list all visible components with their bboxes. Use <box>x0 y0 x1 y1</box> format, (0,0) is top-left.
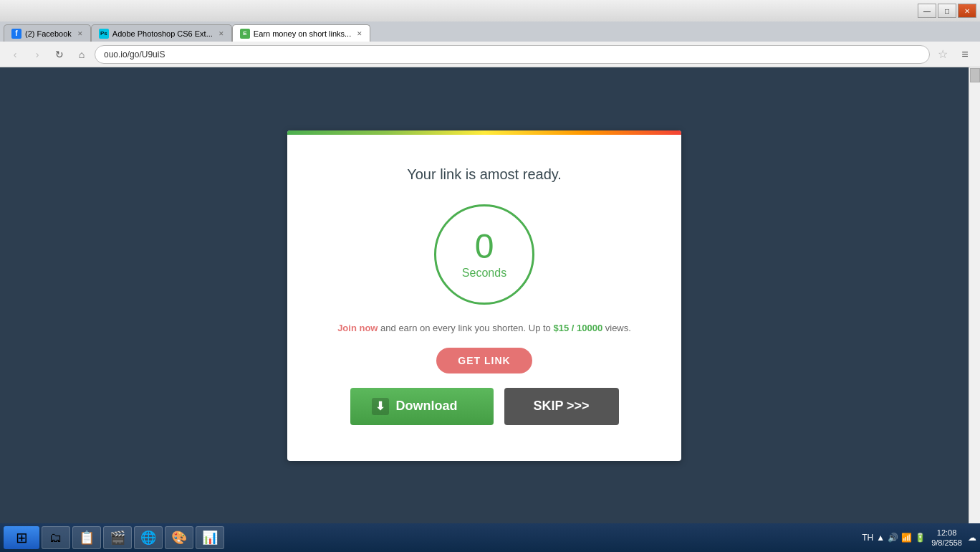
clock-time: 12:08 <box>931 528 962 538</box>
scrollbar[interactable] <box>969 67 980 523</box>
address-text: ouo.io/go/U9uiS <box>104 49 165 60</box>
content-area: Your link is amost ready. 0 Seconds Join… <box>0 67 969 523</box>
title-bar: — □ ✕ <box>0 0 980 22</box>
taskbar-system-tray: TH ▲ 🔊 📶 🔋 <box>862 533 926 543</box>
timer-circle: 0 Seconds <box>434 204 534 305</box>
taskbar-right: TH ▲ 🔊 📶 🔋 12:08 9/8/2558 ☁ <box>862 528 976 548</box>
taskbar-clock[interactable]: 12:08 9/8/2558 <box>931 528 962 548</box>
taskbar-app-art[interactable]: 🎨 <box>165 526 193 549</box>
start-icon: ⊞ <box>16 529 28 546</box>
weather-icon: ☁ <box>968 533 976 543</box>
tab-facebook-close[interactable]: ✕ <box>77 30 83 37</box>
action-buttons: ⬇ Download SKIP >>> <box>316 388 653 425</box>
card-title: Your link is amost ready. <box>316 166 653 183</box>
volume-icon[interactable]: 🔊 <box>888 533 898 543</box>
tab-photoshop-close[interactable]: ✕ <box>218 30 224 37</box>
window-controls[interactable]: — □ ✕ <box>918 4 976 18</box>
timer-number: 0 <box>475 229 494 264</box>
ouo-favicon: E <box>240 29 250 39</box>
timer-circle-container: 0 Seconds <box>316 204 653 305</box>
notification-icon: ▲ <box>876 533 885 543</box>
language-indicator: TH <box>862 533 873 543</box>
skip-button[interactable]: SKIP >>> <box>504 388 619 425</box>
tab-photoshop[interactable]: Ps Adobe Photoshop CS6 Ext... ✕ <box>91 24 232 42</box>
facebook-favicon: f <box>11 29 21 39</box>
download-icon: ⬇ <box>372 398 389 415</box>
promo-views-text: views. <box>602 323 631 333</box>
bookmark-star[interactable]: ☆ <box>933 45 952 64</box>
download-label: Download <box>396 399 458 414</box>
timer-label: Seconds <box>462 267 506 280</box>
tab-earnmoney-label: Earn money on short links... <box>254 29 351 38</box>
network-icon[interactable]: 📶 <box>901 533 912 543</box>
minimize-button[interactable]: — <box>918 4 936 18</box>
start-button[interactable]: ⊞ <box>4 526 39 549</box>
tab-facebook-label: (2) Facebook <box>25 29 72 38</box>
tab-earnmoney[interactable]: E Earn money on short links... ✕ <box>232 24 370 42</box>
scrollbar-thumb[interactable] <box>970 68 980 82</box>
tab-photoshop-label: Adobe Photoshop CS6 Ext... <box>112 29 213 38</box>
battery-icon: 🔋 <box>915 533 926 543</box>
taskbar-app-media[interactable]: 🎬 <box>103 526 132 549</box>
tabs-bar: f (2) Facebook ✕ Ps Adobe Photoshop CS6 … <box>0 22 980 42</box>
promo-money: $15 / 10000 <box>553 323 602 333</box>
home-button[interactable]: ⌂ <box>72 45 91 64</box>
reload-button[interactable]: ↻ <box>50 45 69 64</box>
maximize-button[interactable]: □ <box>938 4 956 18</box>
browser-chrome: — □ ✕ f (2) Facebook ✕ Ps Adobe Photosho… <box>0 0 980 67</box>
back-button[interactable]: ‹ <box>6 45 24 64</box>
get-link-button[interactable]: GET LINK <box>436 348 532 373</box>
taskbar-app-chrome[interactable]: 🌐 <box>134 526 163 549</box>
taskbar-app-slideshow[interactable]: 📊 <box>196 526 224 549</box>
card-top-bar-gradient <box>287 130 681 135</box>
clock-date: 9/8/2558 <box>931 538 962 548</box>
download-button[interactable]: ⬇ Download <box>350 388 494 425</box>
menu-button[interactable]: ≡ <box>956 45 974 64</box>
taskbar: ⊞ 🗂 📋 🎬 🌐 🎨 📊 TH ▲ 🔊 📶 🔋 12:08 9/8/2558 … <box>0 523 980 552</box>
link-ready-card: Your link is amost ready. 0 Seconds Join… <box>287 130 681 461</box>
forward-button[interactable]: › <box>28 45 47 64</box>
join-now-link[interactable]: Join now <box>337 323 378 333</box>
photoshop-favicon: Ps <box>99 29 109 39</box>
address-bar[interactable]: ouo.io/go/U9uiS <box>95 45 930 64</box>
close-button[interactable]: ✕ <box>958 4 976 18</box>
nav-bar: ‹ › ↻ ⌂ ouo.io/go/U9uiS ☆ ≡ <box>0 42 980 67</box>
promo-text: Join now and earn on every link you shor… <box>316 323 653 333</box>
tab-earnmoney-close[interactable]: ✕ <box>357 30 362 37</box>
tab-facebook[interactable]: f (2) Facebook ✕ <box>4 24 91 42</box>
promo-middle-text: and earn on every link you shorten. Up t… <box>378 323 553 333</box>
taskbar-app-documents[interactable]: 📋 <box>72 526 101 549</box>
taskbar-app-filemanager[interactable]: 🗂 <box>42 526 70 549</box>
